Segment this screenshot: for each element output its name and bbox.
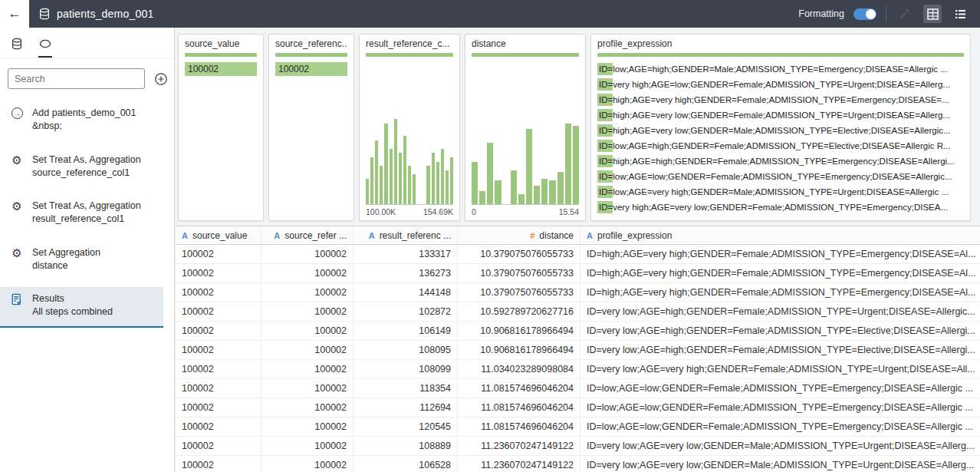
column-header[interactable]: Aresult_referenc ... (354, 226, 458, 244)
histogram-bar[interactable] (403, 136, 406, 204)
table-row[interactable]: 10000210000213331710.379075076055733ID=h… (176, 245, 980, 264)
profile-card[interactable]: distance015.54 (465, 34, 586, 221)
profile-value-row[interactable]: ID=low;AGE=high;GENDER=Male;ADMISSION_TY… (597, 62, 964, 76)
profile-card[interactable]: source_value100002 (178, 34, 264, 221)
profile-value-row[interactable]: ID=low;AGE=low;GENDER=Female;ADMISSION_T… (597, 170, 964, 183)
sidebar-step[interactable]: ResultsAll steps combined (0, 287, 163, 328)
profile-value-row[interactable]: ID=low;AGE=high;GENDER=Female;ADMISSION_… (597, 139, 964, 153)
profile-value-row[interactable]: ID=low;AGE=very high;GENDER=Male;ADMISSI… (597, 185, 964, 199)
column-header[interactable]: Asource_refer ... (261, 226, 354, 244)
table-cell: 100002 (261, 283, 354, 302)
table-row[interactable]: 10000210000210614910.906816178966494ID=v… (176, 322, 980, 341)
histogram-bar[interactable] (380, 166, 383, 204)
profile-value-row[interactable]: ID=very high;AGE=low;GENDER=Female;ADMIS… (597, 78, 964, 91)
table-view-icon (927, 8, 939, 20)
profile-value-row[interactable]: ID=high;AGE=very high;GENDER=Female;ADMI… (597, 93, 964, 107)
table-cell: 10.379075076055733 (458, 264, 580, 282)
profile-value-row[interactable]: ID=very high;AGE=very low;GENDER=Female;… (597, 200, 964, 214)
histogram-bar[interactable] (565, 124, 571, 204)
card-value-bar[interactable]: 100002 (185, 62, 257, 76)
table-view-button[interactable] (923, 5, 942, 23)
histogram-bar[interactable] (511, 170, 517, 204)
histogram-bar[interactable] (384, 124, 387, 204)
histogram-bar[interactable] (390, 149, 393, 204)
sidebar-step[interactable]: ⚙Set Treat As, Aggregationresult_referen… (0, 194, 163, 232)
profile-value-text: ID=very high;AGE=low;GENDER=Female;ADMIS… (597, 80, 950, 89)
database-icon (11, 38, 23, 50)
list-view-button[interactable] (951, 5, 969, 23)
column-header[interactable]: #distance (458, 226, 580, 244)
table-cell: 100002 (176, 418, 261, 436)
histogram-bar[interactable] (557, 172, 564, 204)
search-input[interactable] (8, 68, 145, 89)
histogram-bar[interactable] (495, 180, 501, 204)
quality-bar (366, 53, 453, 57)
histogram-bar[interactable] (394, 119, 397, 204)
sidebar-step[interactable]: ⚙Set Treat As, Aggregationsource_referen… (0, 148, 163, 186)
histogram-bar[interactable] (541, 179, 548, 204)
histogram-bar[interactable] (487, 143, 493, 204)
column-header[interactable]: Asource_value (176, 226, 261, 244)
histogram-bar[interactable] (366, 179, 369, 204)
histogram-bar[interactable] (534, 186, 540, 204)
histogram-bar[interactable] (446, 170, 449, 204)
list-view-icon (955, 8, 966, 20)
histogram-bar[interactable] (450, 157, 453, 204)
histogram-bar[interactable] (375, 140, 378, 204)
profile-value-list: ID=low;AGE=high;GENDER=Male;ADMISSION_TY… (597, 62, 964, 214)
histogram-bar[interactable] (432, 153, 435, 204)
histogram-bar[interactable] (526, 129, 532, 204)
table-cell: 11.081574696046204 (458, 379, 580, 398)
step-title: Results (32, 292, 113, 305)
table-cell: 108099 (354, 360, 458, 378)
profile-value-row[interactable]: ID=high;AGE=very low;GENDER=Male;ADMISSI… (597, 124, 964, 137)
table-row[interactable]: 10000210000211835411.081574696046204ID=l… (176, 379, 980, 398)
back-button[interactable]: ← (0, 0, 29, 28)
card-value-bar[interactable]: 100002 (275, 62, 347, 76)
table-cell: 10.906816178966494 (458, 322, 580, 340)
profile-card[interactable]: result_reference_c...100.00K154.69K (359, 34, 460, 221)
histogram-bar[interactable] (408, 166, 411, 204)
sidebar-step[interactable]: →Add patients_demo_001&nbsp; (0, 101, 163, 139)
step-title: Add patients_demo_001 (32, 107, 136, 120)
card-title: distance (472, 38, 579, 50)
table-cell: 100002 (176, 437, 261, 455)
histogram-bar[interactable] (399, 153, 402, 204)
histogram-bar[interactable] (413, 174, 416, 204)
add-step-button[interactable] (154, 72, 168, 86)
histogram-bar[interactable] (472, 162, 478, 205)
histogram-bar[interactable] (518, 194, 525, 204)
histogram-axis: 015.54 (472, 207, 579, 216)
table-cell: 100002 (261, 341, 354, 359)
sidebar-step[interactable]: ⚙Set Aggregationdistance (0, 241, 163, 279)
table-cell: 108095 (354, 341, 458, 359)
profile-card[interactable]: source_referenc...100002 (268, 34, 354, 221)
divider (886, 6, 886, 21)
histogram-bar[interactable] (426, 166, 429, 204)
table-row[interactable]: 10000210000210888911.236070247149122ID=v… (176, 437, 980, 456)
sidebar-tab-steps[interactable] (38, 38, 52, 58)
histogram-bar[interactable] (436, 162, 439, 205)
table-row[interactable]: 10000210000210287210.592789720627716ID=v… (176, 302, 980, 322)
topbar: ← patients_demo_001 Formatting (0, 0, 980, 28)
profile-card[interactable]: profile_expressionID=low;AGE=high;GENDER… (590, 34, 971, 221)
histogram-bar[interactable] (441, 149, 444, 204)
histogram-bar[interactable] (479, 191, 485, 204)
profile-value-row[interactable]: ID=high;AGE=very low;GENDER=Female;ADMIS… (597, 108, 964, 122)
profile-value-row[interactable]: ID=high;AGE=high;GENDER=Female;ADMISSION… (597, 154, 964, 168)
sidebar-tab-data[interactable] (11, 38, 23, 58)
column-header[interactable]: Aprofile_expression (580, 226, 980, 244)
histogram-bar[interactable] (549, 180, 555, 204)
histogram-bar[interactable] (370, 157, 373, 204)
table-row[interactable]: 10000210000214414810.379075076055733ID=h… (176, 283, 980, 302)
table-row[interactable]: 10000210000210652811.236070247149122ID=v… (176, 456, 980, 472)
table-row[interactable]: 10000210000210809510.906816178966494ID=v… (176, 341, 980, 360)
column-label: source_value (192, 230, 247, 241)
table-row[interactable]: 10000210000213627310.379075076055733ID=h… (176, 264, 980, 283)
histogram-bar[interactable] (573, 126, 579, 204)
table-row[interactable]: 10000210000212054511.081574696046204ID=l… (176, 418, 980, 437)
formatting-toggle[interactable] (853, 8, 876, 20)
card-title: profile_expression (597, 38, 964, 50)
table-row[interactable]: 10000210000210809911.034023289098084ID=v… (176, 360, 980, 379)
table-row[interactable]: 10000210000211269411.081574696046204ID=l… (176, 398, 980, 418)
